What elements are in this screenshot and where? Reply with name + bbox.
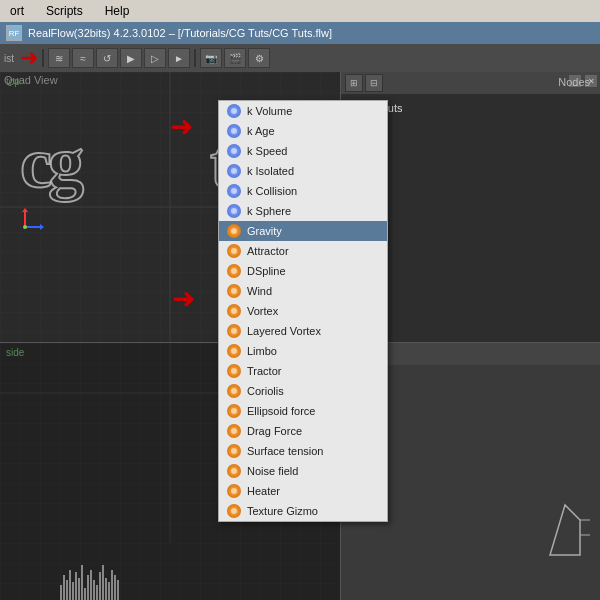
nodes-toolbar-btn1[interactable]: ⊞ — [345, 74, 363, 92]
toolbar-btn-render[interactable]: 🎬 — [224, 48, 246, 68]
toolbar-btn-refresh[interactable]: ↺ — [96, 48, 118, 68]
dropdown-item-label: DSpline — [247, 265, 286, 277]
dropdown-item-label: Vortex — [247, 305, 278, 317]
barcode-area — [60, 560, 119, 600]
toolbar-arrow-indicator: ➜ — [20, 47, 38, 69]
dropdown-item-surface-tension[interactable]: Surface tension — [219, 441, 387, 461]
toolbar-btn-step[interactable]: ▷ — [144, 48, 166, 68]
dropdown-item-wind[interactable]: Wind — [219, 281, 387, 301]
menu-item-help[interactable]: Help — [99, 2, 136, 20]
bar — [108, 582, 110, 600]
dropdown-item-vortex[interactable]: Vortex — [219, 301, 387, 321]
toolbar-btn-cam[interactable]: 📷 — [200, 48, 222, 68]
bar — [114, 575, 116, 600]
bar — [72, 582, 74, 600]
dropdown-item-k-isolated[interactable]: k Isolated — [219, 161, 387, 181]
dropdown-item-coriolis[interactable]: Coriolis — [219, 381, 387, 401]
bar — [87, 575, 89, 600]
dropdown-item-icon — [227, 144, 241, 158]
bar — [111, 570, 113, 600]
dropdown-item-label: k Age — [247, 125, 275, 137]
dropdown-item-label: k Collision — [247, 185, 297, 197]
bar — [81, 565, 83, 600]
red-arrow-gravity: ➜ — [172, 282, 195, 315]
daemon-dropdown: k Volumek Agek Speedk Isolatedk Collisio… — [218, 100, 388, 522]
dropdown-item-icon — [227, 424, 241, 438]
dropdown-item-texture-gizmo[interactable]: Texture Gizmo — [219, 501, 387, 521]
bar — [63, 575, 65, 600]
nodes-panel-label: Nodes — [558, 76, 590, 88]
dropdown-item-attractor[interactable]: Attractor — [219, 241, 387, 261]
dropdown-item-noise-field[interactable]: Noise field — [219, 461, 387, 481]
toolbar-btn-wave[interactable]: ≋ — [48, 48, 70, 68]
main-area: Quad View top cg tuts+ ➜ — [0, 72, 600, 600]
svg-marker-6 — [22, 208, 28, 212]
dropdown-item-k-volume[interactable]: k Volume — [219, 101, 387, 121]
bar — [96, 585, 98, 600]
dropdown-item-k-collision[interactable]: k Collision — [219, 181, 387, 201]
dropdown-item-label: Surface tension — [247, 445, 323, 457]
svg-point-7 — [23, 225, 27, 229]
cg-text: cg — [20, 122, 80, 205]
svg-marker-11 — [550, 505, 580, 555]
dropdown-item-label: Attractor — [247, 245, 289, 257]
dropdown-item-icon — [227, 204, 241, 218]
toolbar-sep-2 — [194, 49, 196, 67]
bar — [66, 580, 68, 600]
toolbar-btn-extra[interactable]: ⚙ — [248, 48, 270, 68]
dropdown-item-k-speed[interactable]: k Speed — [219, 141, 387, 161]
dropdown-item-label: k Volume — [247, 105, 292, 117]
dropdown-item-icon — [227, 264, 241, 278]
dropdown-item-label: Coriolis — [247, 385, 284, 397]
dropdown-item-icon — [227, 344, 241, 358]
dropdown-item-k-age[interactable]: k Age — [219, 121, 387, 141]
bar — [69, 570, 71, 600]
bar — [93, 580, 95, 600]
nodes-toolbar-btn2[interactable]: ⊟ — [365, 74, 383, 92]
dropdown-item-icon — [227, 184, 241, 198]
dropdown-item-icon — [227, 464, 241, 478]
toolbar-btn-wave2[interactable]: ≈ — [72, 48, 94, 68]
dropdown-item-ellipsoid-force[interactable]: Ellipsoid force — [219, 401, 387, 421]
bar — [84, 588, 86, 600]
dropdown-item-label: k Isolated — [247, 165, 294, 177]
dropdown-item-label: Noise field — [247, 465, 298, 477]
dropdown-item-icon — [227, 284, 241, 298]
dropdown-item-gravity[interactable]: Gravity — [219, 221, 387, 241]
toolbar-sep-1 — [42, 49, 44, 67]
dropdown-item-drag-force[interactable]: Drag Force — [219, 421, 387, 441]
svg-marker-5 — [40, 224, 44, 230]
dropdown-item-icon — [227, 324, 241, 338]
dropdown-item-dspline[interactable]: DSpline — [219, 261, 387, 281]
shape-preview — [540, 500, 590, 560]
bar — [78, 578, 80, 600]
menu-item-ort[interactable]: ort — [4, 2, 30, 20]
title-bar: RF RealFlow(32bits) 4.2.3.0102 – [/Tutor… — [0, 22, 600, 44]
dropdown-item-label: Limbo — [247, 345, 277, 357]
toolbar-btn-anim[interactable]: ▶ — [120, 48, 142, 68]
bar — [102, 565, 104, 600]
bar — [99, 572, 101, 600]
dropdown-item-layered-vortex[interactable]: Layered Vortex — [219, 321, 387, 341]
dropdown-item-tractor[interactable]: Tractor — [219, 361, 387, 381]
dropdown-item-label: Tractor — [247, 365, 281, 377]
dropdown-item-icon — [227, 224, 241, 238]
bar — [75, 572, 77, 600]
dropdown-item-limbo[interactable]: Limbo — [219, 341, 387, 361]
dropdown-item-icon — [227, 444, 241, 458]
dropdown-item-k-sphere[interactable]: k Sphere — [219, 201, 387, 221]
dropdown-item-icon — [227, 404, 241, 418]
dropdown-item-label: k Sphere — [247, 205, 291, 217]
nodes-toolbar: ⊞ ⊟ _ ✕ Nodes — [341, 72, 600, 94]
bar — [117, 580, 119, 600]
toolbar-btn-play[interactable]: ► — [168, 48, 190, 68]
menu-item-scripts[interactable]: Scripts — [40, 2, 89, 20]
dropdown-item-label: Drag Force — [247, 425, 302, 437]
bar — [90, 570, 92, 600]
dropdown-item-icon — [227, 104, 241, 118]
dropdown-item-label: Wind — [247, 285, 272, 297]
dropdown-item-label: Texture Gizmo — [247, 505, 318, 517]
axes-indicator — [20, 202, 50, 232]
toolbar: ist ➜ ≋ ≈ ↺ ▶ ▷ ► 📷 🎬 ⚙ — [0, 44, 600, 72]
dropdown-item-heater[interactable]: Heater — [219, 481, 387, 501]
